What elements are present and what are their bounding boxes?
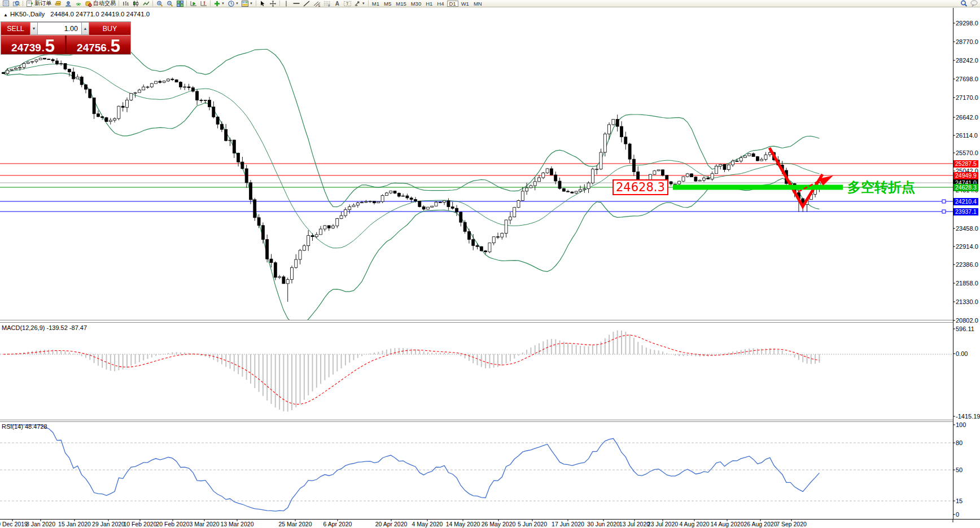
chart-title: ▲HK50-,Daily24484.0 24771.0 24419.0 2474… [3,11,150,17]
search-icon[interactable] [959,0,969,7]
signal-icon[interactable] [73,0,83,7]
indicators-button[interactable]: ▼ [212,0,226,7]
buy-price-main: 24756 [77,42,107,53]
chevron-down-icon: ▼ [362,2,365,5]
buy-button[interactable]: BUY [89,22,130,35]
accounts-icon[interactable] [63,0,73,7]
toolbar: 新订单 自动交易 ▼ ▼ ▼ E F A T ▼ [0,0,980,7]
sell-price[interactable]: 24739.5 [1,36,65,54]
rsi-line [7,425,819,511]
arrows-icon [354,0,361,7]
toolbar-separator [152,1,153,6]
one-click-trading-panel: SELL ▼ 1.00 ▲ BUY 24739.5 24756.5 [1,21,131,55]
crosshair-icon[interactable] [268,0,278,7]
history-center-icon[interactable] [53,0,63,7]
turning-point-text[interactable]: 多空转折点 [847,178,915,196]
symbol-period-label: HK50-,Daily [10,11,45,17]
arrows-button[interactable]: ▼ [353,0,366,7]
chart-axes [0,8,980,522]
periods-button[interactable]: ▼ [226,0,240,7]
volume-increase-button[interactable]: ▲ [81,22,89,35]
text-icon[interactable]: A [333,0,342,7]
macd-label: MACD(12,26,9) -139.52 -87.47 [2,324,87,331]
timeframe-m5[interactable]: M5 [382,1,393,7]
mt4-window: 新订单 自动交易 ▼ ▼ ▼ E F A T ▼ [0,0,980,528]
toolbar-separator [23,1,23,6]
svg-text:T: T [346,1,349,6]
sell-price-dot: . [42,43,45,53]
macd-value: -139.52 [46,324,67,331]
timeframe-h1[interactable]: H1 [424,1,434,7]
auto-trading-label: 自动交易 [93,0,116,7]
toolbar-separator [119,1,119,6]
zoom-out-icon[interactable] [165,0,174,7]
candlestick-chart-icon[interactable] [131,0,141,7]
svg-text:E: E [318,3,321,7]
new-order-icon [26,0,33,7]
chat-icon[interactable] [969,0,979,7]
chart-canvas[interactable] [0,0,980,528]
trade-prices-row: 24739.5 24756.5 [1,35,130,54]
sell-button[interactable]: SELL [1,22,30,35]
level-price-annotation[interactable]: 24628.3 [613,179,668,195]
buy-price-pip: 5 [111,39,120,53]
clock-icon [228,0,235,7]
bar-chart-icon[interactable] [121,0,130,7]
auto-scroll-icon[interactable] [189,0,198,7]
timeframe-m30[interactable]: M30 [409,1,423,7]
zoom-in-icon[interactable] [155,0,164,7]
timeframe-d1[interactable]: D1 [447,1,458,7]
buy-price[interactable]: 24756.5 [65,36,130,54]
text-label-icon[interactable]: T [343,0,352,7]
auto-trading-button[interactable]: 自动交易 [84,0,117,7]
macd-signal-line [3,335,819,404]
volume-input[interactable]: 1.00 [38,22,81,35]
rsi-value: 48.4728 [25,423,47,430]
chart-shift-icon[interactable] [199,0,208,7]
timeframe-m1[interactable]: M1 [370,1,381,7]
sell-price-pip: 5 [45,39,55,53]
macd-signal-value: -87.47 [69,324,87,331]
timeframe-switcher: M1M5M15M30H1H4D1W1MN [370,1,484,7]
toolbar-separator [279,1,280,6]
chevron-down-icon: ▼ [221,2,225,5]
rsi-label: RSI(14) 48.4728 [2,423,47,430]
rsi-pane [0,425,953,511]
trade-controls-row: SELL ▼ 1.00 ▲ BUY [1,22,130,35]
chevron-down-icon: ▼ [250,2,253,5]
ohlc-values: 24484.0 24771.0 24419.0 24741.0 [50,11,150,17]
new-order-button[interactable]: 新订单 [25,0,53,7]
cursor-icon[interactable] [258,0,268,7]
toolbar-separator [210,1,211,6]
horizontal-line-icon[interactable] [292,0,301,7]
green-support-bar-object[interactable] [673,185,843,190]
templates-button[interactable]: ▼ [240,0,254,7]
vertical-line-icon[interactable] [282,0,291,7]
template-icon [242,0,249,7]
tile-windows-icon[interactable] [175,0,185,7]
chevron-down-icon: ▼ [235,2,239,5]
candlesticks [2,58,821,302]
equidistant-channel-icon[interactable]: E [312,0,322,7]
indicators-add-icon [213,0,221,7]
volume-decrease-button[interactable]: ▼ [30,22,38,35]
red-zigzag-object[interactable] [769,148,823,206]
timeframe-h4[interactable]: H4 [435,1,445,7]
fibonacci-icon[interactable]: F [322,0,332,7]
line-chart-icon[interactable] [141,0,151,7]
macd-histogram [3,331,819,412]
macd-pane [0,331,953,412]
svg-text:F: F [328,3,330,7]
market-watch-icon[interactable] [11,0,21,7]
timeframe-w1[interactable]: W1 [460,1,471,7]
panel-expand-icon[interactable]: ▲ [3,12,8,17]
toolbar-separator [368,1,369,6]
toolbar-separator [256,1,256,6]
trendline-icon[interactable] [302,0,312,7]
sell-price-main: 24739 [11,42,41,53]
timeframe-m15[interactable]: M15 [394,1,408,7]
timeframe-mn[interactable]: MN [472,1,484,7]
window-list-icon[interactable] [1,0,11,7]
main-pane [0,36,953,324]
toolbar-separator [186,1,187,6]
